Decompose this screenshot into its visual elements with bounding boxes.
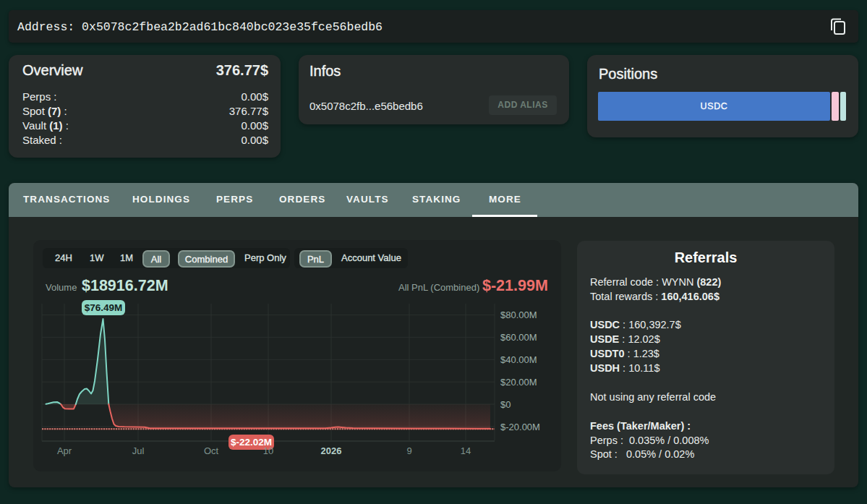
svg-text:$40.00M: $40.00M (500, 354, 537, 365)
svg-text:$20.00M: $20.00M (500, 377, 537, 388)
svg-text:$76.49M: $76.49M (85, 302, 123, 313)
svg-text:10: 10 (263, 445, 273, 456)
svg-text:Oct: Oct (204, 445, 219, 456)
svg-text:14: 14 (461, 445, 471, 456)
svg-text:$0: $0 (500, 399, 511, 410)
svg-text:Jul: Jul (132, 445, 145, 456)
svg-text:$-20.00M: $-20.00M (500, 422, 540, 432)
svg-text:2026: 2026 (321, 445, 342, 456)
svg-text:9: 9 (406, 445, 411, 456)
svg-text:Apr: Apr (57, 445, 72, 456)
svg-text:$60.00M: $60.00M (500, 332, 537, 343)
svg-text:$80.00M: $80.00M (500, 309, 537, 320)
